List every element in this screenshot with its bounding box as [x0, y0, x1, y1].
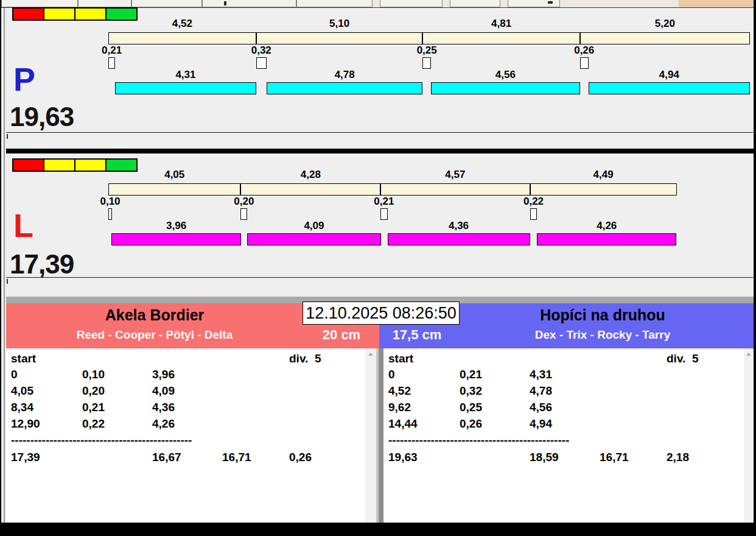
table-cell: 0,21	[460, 367, 482, 383]
run-time-label: 4,78	[267, 69, 423, 80]
split-bar-segment	[422, 32, 579, 44]
changeover-time-label: 0,21	[93, 45, 131, 56]
scrollbar[interactable]	[744, 348, 754, 523]
lane-total-time: 19,63	[10, 104, 74, 130]
run-time-label: 4,56	[431, 69, 580, 80]
totals-row: 17,3916,6716,710,26	[6, 450, 365, 465]
toolbar-button[interactable]	[450, 0, 500, 7]
split-time-label: 4,05	[108, 169, 240, 180]
lane-divider-line	[6, 132, 753, 133]
table-header-row: start div. 5	[383, 351, 744, 367]
lane-total-time: 17,39	[10, 251, 74, 278]
lane-letter: L	[13, 209, 33, 242]
run-bar-segment	[247, 233, 381, 245]
table-cell: 0,26	[460, 416, 482, 432]
toolbar-button[interactable]	[380, 0, 443, 7]
toolbar-button[interactable]	[131, 0, 202, 7]
changeover-time-label: 0,26	[565, 45, 604, 56]
table-cell: 0,32	[460, 383, 482, 399]
leg-row: 00,103,96	[6, 367, 365, 383]
toolbar-button[interactable]	[202, 0, 296, 7]
table-cell: 0,10	[82, 367, 105, 383]
table-cell: 0,26	[289, 450, 312, 465]
toolbar-button-caption-fragment	[548, 1, 553, 4]
leg-row: 12,900,224,26	[6, 416, 365, 432]
start-label: start	[11, 351, 36, 367]
changeover-box	[108, 208, 112, 220]
split-bar-segment	[530, 183, 677, 196]
run-bar-segment	[111, 233, 241, 245]
run-bar-segment	[589, 82, 750, 94]
table-cell: 19,63	[388, 450, 418, 465]
scrollbar[interactable]	[365, 348, 376, 523]
table-cell: 14,44	[388, 416, 418, 432]
run-time-label: 4,09	[247, 220, 381, 231]
leg-row: 4,050,204,09	[6, 383, 365, 399]
changeover-time-label: 0,21	[365, 196, 404, 207]
traffic-light-cell	[12, 158, 44, 172]
table-cell: 0	[388, 367, 395, 383]
changeover-time-label: 0,10	[91, 196, 130, 207]
table-cell: 2,18	[667, 450, 689, 465]
run-time-label: 4,26	[537, 220, 676, 231]
lane-divider-line	[6, 277, 753, 278]
team-name: Akela Bordier	[6, 305, 303, 325]
table-cell: 0	[11, 367, 18, 383]
lane-tick-mark	[7, 134, 8, 139]
run-bar-segment	[431, 82, 580, 94]
bottom-black-bar	[0, 523, 756, 536]
run-bar-segment	[115, 82, 256, 94]
leg-row: 8,340,214,36	[6, 400, 365, 415]
leg-row: 4,520,324,78	[383, 383, 744, 399]
split-time-label: 4,52	[108, 18, 256, 29]
window-left-inner-border	[4, 8, 5, 523]
split-bar-segment	[580, 32, 750, 44]
table-cell: 3,96	[152, 367, 175, 383]
start-label: start	[388, 351, 413, 367]
traffic-light-cell	[12, 7, 44, 21]
table-cell: 4,78	[530, 383, 552, 399]
table-cell: 12,90	[11, 416, 40, 432]
lanes-divider	[6, 149, 754, 153]
division-label: div. 5	[667, 351, 698, 367]
run-bar-segment	[267, 82, 423, 94]
toolbar-button-caption-fragment	[224, 1, 226, 5]
split-bar-segment	[108, 32, 256, 44]
lane-tick-mark	[7, 279, 8, 284]
run-time-label: 4,36	[388, 220, 530, 231]
table-cell: 4,94	[530, 416, 552, 432]
jump-height-label: 20 cm	[303, 326, 380, 344]
toolbar-button[interactable]	[78, 0, 131, 7]
run-time-label: 4,31	[115, 69, 256, 80]
results-list-left[interactable]: start div. 5 00,103,964,050,204,098,340,…	[6, 348, 365, 523]
scroll-up-icon[interactable]	[368, 353, 373, 356]
toolbar-button[interactable]	[296, 0, 373, 7]
changeover-box	[580, 57, 589, 69]
table-cell: 4,36	[152, 400, 175, 415]
team-dogs: Dex - Trix - Rocky - Tarry	[460, 327, 746, 343]
leg-row: 14,440,264,94	[383, 416, 744, 432]
split-time-label: 4,49	[530, 169, 677, 180]
window-right-border	[754, 0, 756, 536]
separator-row: ----------------------------------------…	[6, 432, 365, 448]
table-cell: 0,22	[82, 416, 105, 432]
team-dogs: Reed - Cooper - Pötyi - Delta	[6, 327, 303, 343]
table-cell: 17,39	[11, 450, 40, 465]
changeover-box	[422, 57, 430, 69]
table-cell: 16,71	[222, 450, 251, 465]
results-list-right[interactable]: start div. 5 00,214,314,520,324,789,620,…	[383, 348, 744, 523]
separator-row: ----------------------------------------…	[383, 432, 744, 448]
table-cell: ----------------------------------------…	[11, 432, 192, 448]
run-bar-segment	[537, 233, 676, 245]
scroll-up-icon[interactable]	[746, 353, 751, 356]
lane-panel-p: 4,520,214,315,100,324,784,810,254,565,20…	[6, 7, 753, 149]
split-time-label: 4,57	[380, 169, 530, 180]
changeover-box	[530, 208, 537, 220]
table-cell: 9,62	[388, 400, 411, 415]
team-name: Hopíci na druhou	[460, 305, 746, 325]
table-cell: ----------------------------------------…	[388, 432, 569, 448]
toolbar-button[interactable]	[1, 0, 78, 7]
jump-height-label: 17,5 cm	[379, 326, 455, 344]
table-cell: 4,05	[11, 383, 33, 399]
run-time-label: 4,94	[589, 69, 750, 80]
